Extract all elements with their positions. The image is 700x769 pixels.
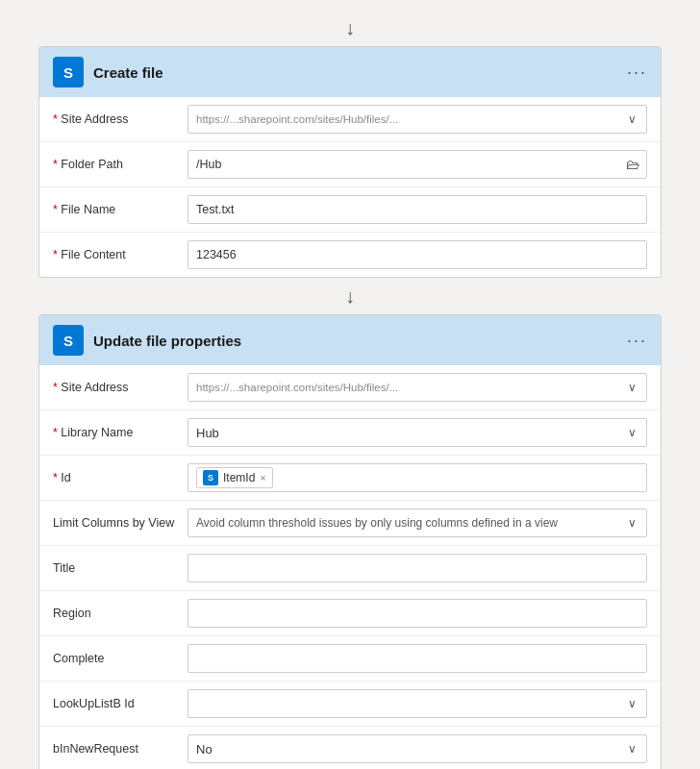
file-content-label: File Content <box>53 248 188 261</box>
folder-path-input[interactable] <box>188 150 647 179</box>
region-row: Region <box>39 591 661 636</box>
site-address-field: https://...sharepoint.com/sites/Hub/file… <box>188 105 647 134</box>
complete-label: Complete <box>53 652 188 665</box>
bin-new-request-row: bInNewRequest No ∨ <box>39 727 661 769</box>
library-name-field: Hub ∨ <box>188 418 647 447</box>
tag-close-button[interactable]: × <box>260 472 265 484</box>
create-file-header: S Create file ··· <box>39 47 661 97</box>
id-field: S ItemId × <box>188 463 647 492</box>
create-file-title: Create file <box>93 64 163 81</box>
bin-new-request-label: bInNewRequest <box>53 742 188 756</box>
update-site-address-field: https://...sharepoint.com/sites/Hub/file… <box>188 373 647 402</box>
file-name-label: File Name <box>53 203 188 216</box>
middle-arrow: ↓ <box>345 278 355 314</box>
region-input[interactable] <box>188 599 647 628</box>
id-label: Id <box>53 471 188 484</box>
file-name-input[interactable] <box>188 195 647 224</box>
update-file-header: S Update file properties ··· <box>39 315 661 365</box>
bin-new-request-field: No ∨ <box>188 734 647 763</box>
tag-icon: S <box>203 470 218 485</box>
bin-new-request-value: No <box>196 742 212 757</box>
library-name-value: Hub <box>196 426 219 440</box>
site-address-value: https://...sharepoint.com/sites/Hub/file… <box>196 113 617 125</box>
bin-new-request-dropdown[interactable]: No ∨ <box>188 734 647 763</box>
folder-path-wrapper: 🗁 <box>188 150 647 179</box>
chevron-down-icon: ∨ <box>628 381 637 394</box>
folder-path-field: 🗁 <box>188 150 647 179</box>
complete-row: Complete <box>39 636 661 682</box>
update-file-body: Site Address https://...sharepoint.com/s… <box>39 365 661 769</box>
tag-label: ItemId <box>223 471 255 484</box>
file-name-field <box>188 195 647 224</box>
file-content-row: File Content <box>39 233 661 277</box>
region-label: Region <box>53 607 188 620</box>
lookup-dropdown[interactable]: ∨ <box>188 689 647 718</box>
update-header-left: S Update file properties <box>53 325 241 356</box>
top-arrow: ↓ <box>345 10 355 46</box>
update-site-address-dropdown[interactable]: https://...sharepoint.com/sites/Hub/file… <box>188 373 647 402</box>
file-content-field <box>188 240 647 269</box>
update-file-icon: S <box>53 325 84 356</box>
limit-columns-label: Limit Columns by View <box>53 516 188 530</box>
item-id-tag: S ItemId × <box>196 467 273 488</box>
create-file-card: S Create file ··· Site Address https://.… <box>38 46 662 278</box>
limit-columns-value: Avoid column threshold issues by only us… <box>196 516 617 530</box>
chevron-down-icon: ∨ <box>628 516 637 530</box>
id-tag-container[interactable]: S ItemId × <box>188 463 647 492</box>
chevron-down-icon: ∨ <box>628 426 637 439</box>
limit-columns-dropdown[interactable]: Avoid column threshold issues by only us… <box>188 509 647 537</box>
site-address-dropdown[interactable]: https://...sharepoint.com/sites/Hub/file… <box>188 105 647 134</box>
limit-columns-field: Avoid column threshold issues by only us… <box>188 509 647 537</box>
chevron-down-icon: ∨ <box>628 742 637 756</box>
folder-path-label: Folder Path <box>53 158 188 171</box>
complete-field <box>188 644 647 673</box>
title-field <box>188 554 647 583</box>
title-label: Title <box>53 561 188 575</box>
library-name-row: Library Name Hub ∨ <box>39 410 661 456</box>
update-site-address-row: Site Address https://...sharepoint.com/s… <box>39 365 661 410</box>
limit-columns-row: Limit Columns by View Avoid column thres… <box>39 501 661 546</box>
title-row: Title <box>39 546 661 591</box>
lookup-field: ∨ <box>188 689 647 718</box>
chevron-down-icon: ∨ <box>628 112 637 126</box>
lookup-row: LookUpListB Id ∨ <box>39 682 661 727</box>
region-field <box>188 599 647 628</box>
update-file-more-button[interactable]: ··· <box>627 331 647 351</box>
site-address-row: Site Address https://...sharepoint.com/s… <box>39 97 661 142</box>
update-file-card: S Update file properties ··· Site Addres… <box>38 314 662 769</box>
chevron-down-icon: ∨ <box>628 697 637 710</box>
file-content-input[interactable] <box>188 240 647 269</box>
update-site-address-label: Site Address <box>53 381 188 394</box>
library-name-dropdown[interactable]: Hub ∨ <box>188 418 647 447</box>
complete-input[interactable] <box>188 644 647 673</box>
file-name-row: File Name <box>39 187 661 233</box>
update-site-address-value: https://...sharepoint.com/sites/Hub/file… <box>196 382 617 393</box>
id-row: Id S ItemId × <box>39 456 661 501</box>
create-file-more-button[interactable]: ··· <box>627 62 647 83</box>
title-input[interactable] <box>188 554 647 583</box>
create-file-body: Site Address https://...sharepoint.com/s… <box>39 97 661 277</box>
header-left: S Create file <box>53 57 163 87</box>
folder-path-row: Folder Path 🗁 <box>39 142 661 187</box>
library-name-label: Library Name <box>53 426 188 439</box>
site-address-label: Site Address <box>53 112 188 126</box>
update-file-title: Update file properties <box>93 333 241 349</box>
create-file-icon: S <box>53 57 84 87</box>
lookup-label: LookUpListB Id <box>53 697 188 710</box>
